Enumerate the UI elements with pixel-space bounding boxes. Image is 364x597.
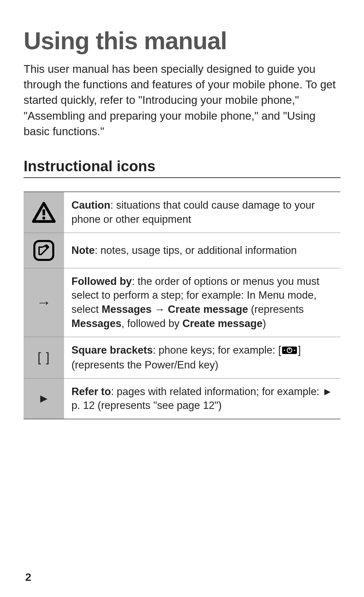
table-row: → Followed by: the order of options or m… (24, 268, 340, 337)
svg-rect-2 (34, 241, 53, 260)
brackets-icon: [ ] (24, 337, 64, 379)
followed-by-description: Followed by: the order of options or men… (64, 268, 340, 337)
caution-description: Caution: situations that could cause dam… (64, 192, 340, 233)
instructional-icons-table: Caution: situations that could cause dam… (24, 191, 340, 419)
power-end-key-icon (282, 344, 297, 358)
note-icon (24, 233, 64, 268)
table-row: Caution: situations that could cause dam… (24, 192, 340, 233)
svg-point-8 (294, 350, 295, 351)
page-number: 2 (25, 571, 31, 584)
refer-to-description: Refer to: pages with related information… (64, 378, 340, 419)
section-heading: Instructional icons (24, 158, 340, 178)
svg-point-7 (284, 350, 285, 351)
page-title: Using this manual (24, 27, 340, 55)
table-row: ► Refer to: pages with related informati… (24, 378, 340, 419)
note-description: Note: notes, usage tips, or additional i… (64, 233, 340, 268)
caution-icon (24, 192, 64, 233)
intro-paragraph: This user manual has been specially desi… (24, 61, 340, 139)
arrow-right-icon: → (24, 268, 64, 337)
svg-point-1 (42, 216, 46, 219)
svg-rect-0 (42, 209, 45, 215)
table-row: [ ] Square brackets: phone keys; for exa… (24, 337, 340, 379)
square-brackets-description: Square brackets: phone keys; for example… (64, 337, 340, 379)
refer-to-icon: ► (24, 378, 64, 419)
table-row: Note: notes, usage tips, or additional i… (24, 233, 340, 268)
